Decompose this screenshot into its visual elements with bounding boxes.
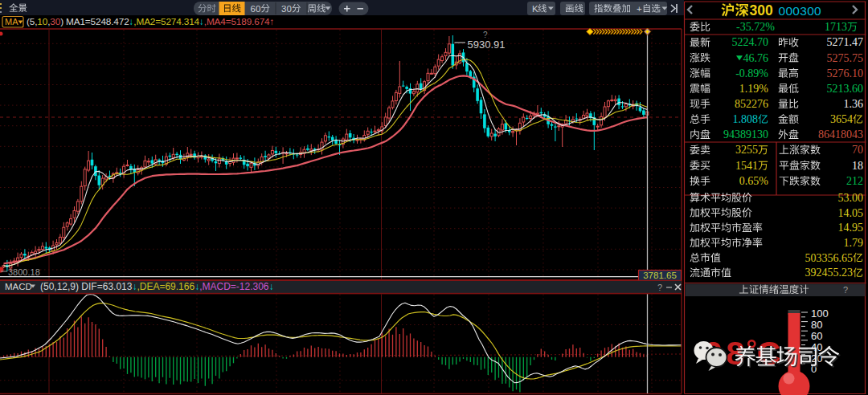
svg-text:503356.65: 503356.65 bbox=[805, 252, 854, 264]
svg-text:53.00: 53.00 bbox=[838, 192, 864, 204]
svg-text:46.76: 46.76 bbox=[743, 52, 769, 64]
svg-text:5275.75: 5275.75 bbox=[827, 52, 864, 64]
svg-text:14.05: 14.05 bbox=[838, 207, 864, 219]
svg-text:MACD: MACD bbox=[5, 282, 32, 291]
svg-text:18: 18 bbox=[852, 160, 863, 172]
svg-text:1713: 1713 bbox=[825, 21, 847, 33]
svg-text:(5,10,30) MA1=5248.472↓,MA2=5: (5,10,30) MA1=5248.472↓,MA2=5274.314↓,MA… bbox=[27, 16, 274, 27]
svg-text:-35.72%: -35.72% bbox=[736, 21, 775, 33]
svg-text:852276: 852276 bbox=[735, 98, 768, 110]
svg-text:?: ? bbox=[483, 31, 488, 39]
svg-text:5271.47: 5271.47 bbox=[827, 36, 864, 48]
svg-text:5930.91: 5930.91 bbox=[468, 39, 506, 51]
svg-text:(50,12,9) DIF=63.013↓,DEA=69.: (50,12,9) DIF=63.013↓,DEA=69.166↓,MACD=-… bbox=[40, 281, 274, 292]
svg-text:300: 300 bbox=[750, 2, 773, 18]
svg-text:1.808: 1.808 bbox=[733, 113, 759, 125]
svg-text:3255: 3255 bbox=[735, 144, 758, 156]
svg-text:?: ? bbox=[843, 285, 848, 295]
svg-text:80: 80 bbox=[811, 319, 822, 331]
svg-text:1.36: 1.36 bbox=[844, 98, 864, 110]
svg-text:K: K bbox=[532, 4, 538, 14]
svg-text:3781.65: 3781.65 bbox=[643, 271, 677, 280]
svg-text:86418043: 86418043 bbox=[818, 128, 863, 140]
svg-text:+: + bbox=[637, 4, 642, 14]
svg-text:3654: 3654 bbox=[830, 113, 853, 125]
svg-text:?: ? bbox=[657, 283, 662, 292]
svg-text:392455.23: 392455.23 bbox=[805, 267, 854, 279]
svg-text:1.19%: 1.19% bbox=[739, 83, 769, 95]
svg-text:212: 212 bbox=[846, 175, 863, 187]
svg-text:70: 70 bbox=[852, 144, 863, 156]
svg-text:100: 100 bbox=[811, 307, 829, 320]
svg-text:-0.89%: -0.89% bbox=[735, 67, 768, 79]
svg-text:14.95: 14.95 bbox=[838, 222, 864, 234]
svg-text:1541: 1541 bbox=[735, 160, 758, 172]
svg-text:5224.70: 5224.70 bbox=[732, 36, 769, 48]
svg-text:60: 60 bbox=[811, 330, 822, 342]
svg-text:60: 60 bbox=[251, 4, 261, 14]
svg-text:5213.60: 5213.60 bbox=[827, 83, 864, 95]
svg-text:94389130: 94389130 bbox=[723, 128, 768, 140]
svg-text:30: 30 bbox=[281, 4, 292, 14]
svg-text:3800.18: 3800.18 bbox=[8, 267, 40, 277]
svg-text:5276.10: 5276.10 bbox=[827, 67, 864, 79]
svg-text:1.79: 1.79 bbox=[844, 237, 864, 249]
svg-text:000300: 000300 bbox=[779, 4, 822, 18]
svg-text:MA: MA bbox=[5, 17, 18, 26]
svg-text:0.65%: 0.65% bbox=[739, 175, 769, 187]
